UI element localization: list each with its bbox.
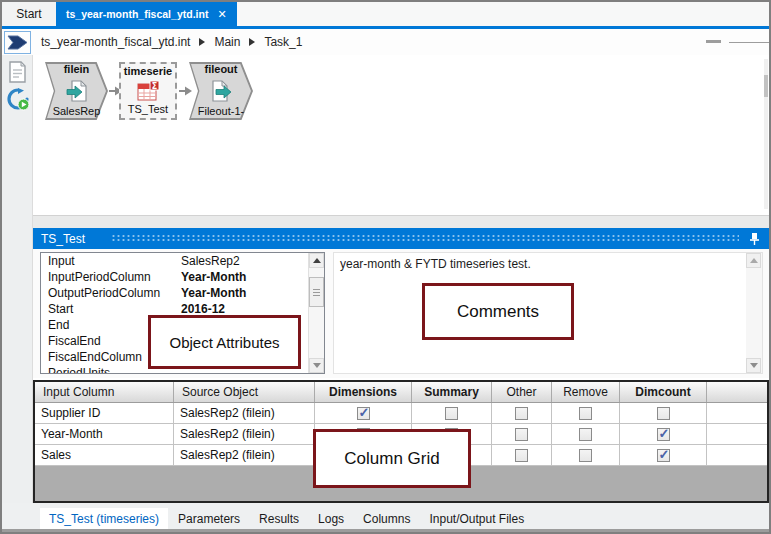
- timeseries-sigma-calendar-icon: Σ: [136, 80, 160, 102]
- splitter-line: [729, 42, 769, 43]
- attribute-row[interactable]: OutputPeriodColumn Year-Month: [41, 285, 324, 301]
- tab-results[interactable]: Results: [250, 508, 308, 530]
- attribute-value[interactable]: Year-Month: [181, 270, 324, 284]
- breadcrumb-main[interactable]: Main: [214, 35, 240, 49]
- attribute-value[interactable]: 2016-12: [181, 302, 324, 316]
- timeserie-type-label: timeserie: [124, 66, 172, 77]
- run-button[interactable]: [4, 31, 31, 54]
- comments-text[interactable]: year-month & FYTD timeseries test.: [340, 257, 531, 271]
- attribute-label: Start: [41, 302, 181, 316]
- annotation-column-grid: Column Grid: [313, 429, 471, 488]
- header-source-object[interactable]: Source Object: [174, 382, 315, 402]
- scroll-down-button[interactable]: [746, 358, 761, 373]
- fileout-type-label: fileout: [205, 64, 238, 75]
- run-arrow-icon: [6, 34, 29, 51]
- header-other[interactable]: Other: [492, 382, 552, 402]
- breadcrumb-task[interactable]: Task_1: [264, 35, 302, 49]
- annotation-text: Comments: [457, 302, 539, 322]
- bottom-tab-bar: TS_Test (timeseries) Parameters Results …: [2, 503, 769, 532]
- header-spacer: [707, 382, 767, 402]
- node-filein[interactable]: filein SalesRep: [45, 62, 108, 120]
- tab-ts-test-timeseries[interactable]: TS_Test (timeseries): [40, 508, 168, 530]
- dimcount-checkbox[interactable]: [657, 428, 670, 441]
- close-icon[interactable]: ✕: [217, 8, 226, 21]
- app-window: Start ts_year-month_fiscal_ytd.int ✕ ts_…: [0, 0, 771, 534]
- triangle-down-icon: [750, 363, 758, 368]
- pin-icon[interactable]: [749, 232, 760, 245]
- canvas-scrollbar-thumb[interactable]: [764, 75, 768, 97]
- left-toolbar-rail: [2, 55, 33, 532]
- panel-title: TS_Test: [33, 232, 85, 246]
- attribute-label: OutputPeriodColumn: [41, 286, 181, 300]
- summary-checkbox[interactable]: [445, 407, 458, 420]
- tab-columns[interactable]: Columns: [354, 508, 419, 530]
- remove-checkbox[interactable]: [579, 407, 592, 420]
- attribute-value[interactable]: SalesRep2: [181, 254, 324, 268]
- file-output-icon: [209, 80, 233, 102]
- annotation-comments: Comments: [422, 283, 574, 340]
- triangle-up-icon: [750, 258, 758, 263]
- tab-parameters[interactable]: Parameters: [169, 508, 249, 530]
- comments-scrollbar[interactable]: [746, 253, 762, 373]
- svg-text:Σ: Σ: [152, 81, 157, 90]
- cell-source-object: SalesRep2 (filein): [174, 403, 315, 423]
- panel-header-grip: [111, 234, 739, 243]
- ts-test-panel-header[interactable]: TS_Test: [33, 228, 769, 249]
- scroll-up-button[interactable]: [746, 253, 761, 268]
- scroll-down-button[interactable]: [309, 358, 324, 373]
- tab-start[interactable]: Start: [2, 2, 56, 26]
- flow-canvas[interactable]: filein SalesRep timeserie: [33, 55, 769, 215]
- cell-source-object: SalesRep2 (filein): [174, 445, 315, 465]
- scrollbar-thumb[interactable]: [309, 277, 324, 307]
- other-checkbox[interactable]: [515, 449, 528, 462]
- attribute-value[interactable]: Year-Month: [181, 286, 324, 300]
- run-history-refresh-icon[interactable]: [7, 88, 30, 115]
- notes-document-icon[interactable]: [7, 61, 27, 87]
- tab-start-label: Start: [16, 7, 41, 21]
- file-input-icon: [65, 80, 89, 102]
- annotation-text: Object Attributes: [169, 334, 279, 351]
- dimensions-checkbox[interactable]: [357, 407, 370, 420]
- header-remove[interactable]: Remove: [552, 382, 620, 402]
- document-tab-bar: Start ts_year-month_fiscal_ytd.int ✕: [2, 2, 769, 26]
- toolbar: ts_year-month_fiscal_ytd.int Main Task_1: [2, 29, 769, 55]
- other-checkbox[interactable]: [515, 407, 528, 420]
- attribute-row[interactable]: InputPeriodColumn Year-Month: [41, 269, 324, 285]
- attribute-label: InputPeriodColumn: [41, 270, 181, 284]
- cell-source-object: SalesRep2 (filein): [174, 424, 315, 444]
- other-checkbox[interactable]: [515, 428, 528, 441]
- object-panel-body: Input SalesRep2 InputPeriodColumn Year-M…: [33, 249, 769, 378]
- tab-input-output-files[interactable]: Input/Output Files: [420, 508, 533, 530]
- attributes-scrollbar[interactable]: [308, 253, 324, 373]
- tab-logs[interactable]: Logs: [309, 508, 353, 530]
- dimcount-checkbox[interactable]: [657, 407, 670, 420]
- header-summary[interactable]: Summary: [412, 382, 492, 402]
- canvas-scrollbar[interactable]: [764, 59, 768, 209]
- header-dimensions[interactable]: Dimensions: [315, 382, 412, 402]
- header-dimcount[interactable]: Dimcount: [620, 382, 707, 402]
- fileout-name-label: Fileout-1-: [198, 106, 244, 117]
- tab-ts-year-month-fiscal-ytd[interactable]: ts_year-month_fiscal_ytd.int ✕: [56, 2, 237, 26]
- node-fileout[interactable]: fileout Fileout-1-: [189, 62, 253, 120]
- breadcrumb: ts_year-month_fiscal_ytd.int Main Task_1: [41, 29, 302, 55]
- remove-checkbox[interactable]: [579, 428, 592, 441]
- attribute-label: Input: [41, 254, 181, 268]
- remove-checkbox[interactable]: [579, 449, 592, 462]
- annotation-object-attributes: Object Attributes: [148, 315, 301, 369]
- header-input-column[interactable]: Input Column: [35, 382, 174, 402]
- splitter-handle[interactable]: [706, 40, 721, 43]
- window-bottom-edge: [2, 529, 769, 532]
- cell-input-column: Supplier ID: [35, 403, 174, 423]
- node-timeserie[interactable]: timeserie Σ TS_Test: [119, 62, 177, 120]
- scroll-up-button[interactable]: [309, 253, 324, 268]
- breadcrumb-root[interactable]: ts_year-month_fiscal_ytd.int: [41, 35, 190, 49]
- table-row-supplier-id[interactable]: Supplier ID SalesRep2 (filein): [35, 403, 767, 424]
- canvas-panel-divider: [33, 215, 769, 228]
- tab-active-label: ts_year-month_fiscal_ytd.int: [66, 8, 208, 20]
- timeserie-name-label: TS_Test: [128, 104, 168, 115]
- annotation-text: Column Grid: [344, 449, 439, 469]
- dimcount-checkbox[interactable]: [657, 449, 670, 462]
- attribute-row[interactable]: Input SalesRep2: [41, 253, 324, 269]
- triangle-down-icon: [313, 363, 321, 368]
- breadcrumb-separator-icon: [249, 38, 255, 46]
